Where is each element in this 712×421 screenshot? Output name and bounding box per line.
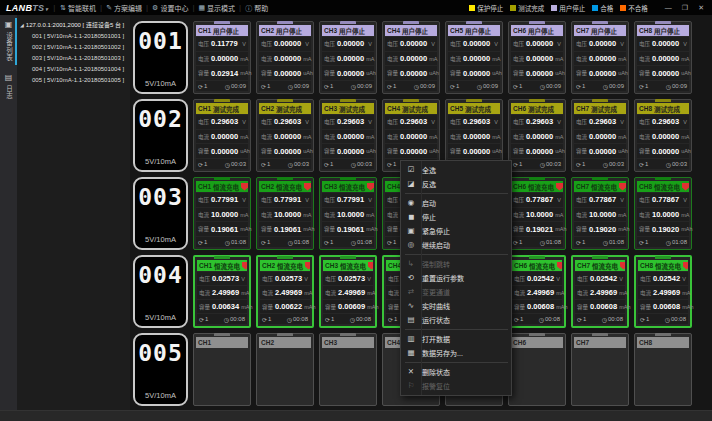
voltage-value: 0.00000	[463, 39, 490, 48]
legend-item: 测试完成	[510, 3, 544, 13]
menu-item-settings-center[interactable]: ⚙设置中心	[152, 3, 188, 13]
context-menu-item-realtime-curve[interactable]: ∿实时曲线	[401, 299, 511, 313]
channel-metrics: 电压0.29603V电流0.00000mA容量0.00000uAh	[322, 115, 374, 158]
channel-name: CH1	[199, 262, 212, 269]
device-card[interactable]: 0025V/10mA	[133, 99, 188, 172]
channel-card[interactable]: CH1	[193, 333, 251, 406]
channel-card[interactable]: CH8恒流充电电压0.77867V电流10.0000mA容量0.19020mAh…	[634, 177, 692, 250]
sidebar-tab-log[interactable]: ▤日志	[0, 68, 17, 106]
device-card[interactable]: 0035V/10mA	[133, 177, 188, 250]
device-tree-root[interactable]: ◢ 127.0.0.1:2001,2000 [ 连接设备5 台 ]	[17, 19, 130, 30]
capacity-row: 容量0.00000uAh	[385, 66, 437, 80]
channel-card[interactable]: CH7恒流充电电压0.77867V电流10.0000mA容量0.19020mAh…	[571, 177, 629, 250]
channel-card[interactable]: CH6恒流充电电压0.02542V电流2.49969mA容量0.00608mAh…	[508, 255, 566, 328]
current-label: 电流	[198, 211, 209, 219]
channel-card[interactable]: CH6测试完成电压0.29603V电流0.00000mA容量0.00000uAh…	[508, 99, 566, 172]
restore-button[interactable]: ❐	[682, 4, 688, 12]
device-tree-item[interactable]: 002 [ 5V/10mA-1.1-20180501002 ]	[17, 41, 130, 52]
context-menu-item-reset-run-params[interactable]: ⟲重置运行参数	[401, 271, 511, 285]
channel-status: 恒流充电	[528, 182, 554, 192]
channel-card[interactable]: CH3测试完成电压0.29603V电流0.00000mA容量0.00000uAh…	[319, 99, 377, 172]
menu-item-display-mode[interactable]: ▦显示模式	[198, 3, 235, 13]
app-logo[interactable]: LANBTS▾	[6, 3, 48, 13]
menu-item-help[interactable]: ⓘ帮助	[245, 3, 268, 13]
channel-card[interactable]: CH8测试完成电压0.29603V电流0.00000mA容量0.00000uAh…	[634, 99, 692, 172]
device-card[interactable]: 0045V/10mA	[133, 255, 188, 328]
channel-card[interactable]: CH3恒流充电电压0.02573V电流2.49969mA容量0.00609mAh…	[319, 255, 377, 328]
channel-card[interactable]: CH6用户停止电压0.00000V电流0.00000mA容量0.00000uAh…	[508, 21, 566, 94]
channel-card[interactable]: CH3	[319, 333, 377, 406]
voltage-unit: V	[431, 119, 435, 125]
channel-header: CH7恒流充电	[575, 260, 625, 271]
channel-card[interactable]: CH3用户停止电压0.00000V电流0.00000mA容量0.00000uAh…	[319, 21, 377, 94]
device-tree-item[interactable]: 005 [ 5V/10mA-1.1-20180501005 ]	[17, 74, 130, 85]
context-menu-item-emergency-stop[interactable]: ▣紧急停止	[401, 224, 511, 238]
channel-card[interactable]: CH5用户停止电压0.00000V电流0.00000mA容量0.00000uAh…	[445, 21, 503, 94]
channel-card[interactable]: CH7测试完成电压0.29603V电流0.00000mA容量0.00000uAh…	[571, 99, 629, 172]
context-menu-item-continue-start[interactable]: ◎继续启动	[401, 238, 511, 252]
tree-expander-icon[interactable]: ◢	[20, 22, 24, 28]
channel-card[interactable]: CH2恒流充电电压0.02573V电流2.49969mA容量0.00622mAh…	[256, 255, 314, 328]
capacity-value: 0.00608	[527, 302, 554, 311]
current-label: 电流	[640, 289, 651, 297]
capacity-unit: mAh	[240, 70, 251, 76]
channel-header: CH6恒流充电	[512, 260, 562, 271]
context-menu-item-run-status[interactable]: ▤运行状态	[401, 313, 511, 327]
channel-card[interactable]: CH2	[256, 333, 314, 406]
context-menu-item-start[interactable]: ◉启动	[401, 196, 511, 210]
clock-icon: ◷	[351, 83, 356, 90]
menu-item-smart-link[interactable]: ⇅智能联机	[60, 3, 96, 13]
channel-card[interactable]: CH1用户停止电压0.11779V电流0.00000mA容量0.02914mAh…	[193, 21, 251, 94]
channel-card[interactable]: CH4用户停止电压0.00000V电流0.00000mA容量0.00000uAh…	[382, 21, 440, 94]
voltage-unit: V	[305, 197, 309, 203]
channel-card[interactable]: CH2用户停止电压0.00000V电流0.00000mA容量0.00000uAh…	[256, 21, 314, 94]
channel-card[interactable]: CH2恒流充电电压0.77991V电流10.0000mA容量0.19061mAh…	[256, 177, 314, 250]
channel-card[interactable]: CH6恒流充电电压0.77867V电流10.0000mA容量0.19021mAh…	[508, 177, 566, 250]
channel-card[interactable]: CH3恒流充电电压0.77991V电流10.0000mA容量0.19061mAh…	[319, 177, 377, 250]
channel-card[interactable]: CH6	[508, 333, 566, 406]
context-menu-item-delete-status[interactable]: ✕删除状态	[401, 365, 511, 379]
device-card[interactable]: 0055V/10mA	[133, 333, 188, 406]
voltage-label: 电压	[262, 275, 273, 283]
channel-metrics	[637, 349, 689, 403]
channel-card[interactable]: CH1恒流充电电压0.02573V电流2.49969mA容量0.00634mAh…	[193, 255, 251, 328]
loop-count: ⟳1	[639, 161, 648, 168]
channel-card[interactable]: CH8用户停止电压0.00000V电流0.00000mA容量0.00000uAh…	[634, 21, 692, 94]
menu-item-plan-editor[interactable]: ✎方案编辑	[106, 3, 142, 13]
protection-shield-icon	[304, 183, 311, 191]
channel-footer: ⟳1◷00:03	[259, 159, 311, 169]
voltage-unit: V	[242, 119, 246, 125]
capacity-label: 容量	[262, 303, 273, 311]
help-icon: ⓘ	[245, 3, 252, 13]
channel-card[interactable]: CH7恒流充电电压0.02542V电流2.49969mA容量0.00608mAh…	[571, 255, 629, 328]
sidebar-tab-device-list[interactable]: ▣设备列表	[0, 15, 17, 68]
channel-footer: ⟳1◷00:09	[637, 81, 689, 91]
elapsed-time: ◷00:03	[540, 161, 561, 168]
channel-card[interactable]: CH8恒流充电电压0.02542V电流2.49969mA容量0.00608mAh…	[634, 255, 692, 328]
context-menu-item-save-data-as[interactable]: ▦数据另存为...	[401, 346, 511, 360]
device-card[interactable]: 0015V/10mA	[133, 21, 188, 94]
context-menu-item-open-data[interactable]: ▥打开数据	[401, 332, 511, 346]
voltage-label: 电压	[576, 196, 587, 204]
close-button[interactable]: ✕	[698, 4, 704, 12]
channel-header: CH5测试完成	[448, 103, 500, 114]
context-menu-item-select-all[interactable]: ☑全选	[401, 163, 511, 177]
channel-card[interactable]: CH1恒流充电电压0.77991V电流10.0000mA容量0.19061mAh…	[193, 177, 251, 250]
device-tree-item[interactable]: 003 [ 5V/10mA-1.1-20180501003 ]	[17, 52, 130, 63]
voltage-unit: V	[557, 41, 561, 47]
channel-card[interactable]: CH7	[571, 333, 629, 406]
capacity-label: 容量	[450, 69, 461, 77]
device-tree-item[interactable]: 004 [ 5V/10mA-1.1-20180501004 ]	[17, 63, 130, 74]
context-menu-item-stop[interactable]: ◼停止	[401, 210, 511, 224]
channel-card[interactable]: CH7用户停止电压0.00000V电流0.00000mA容量0.00000uAh…	[571, 21, 629, 94]
capacity-value: 0.00000	[463, 147, 490, 156]
minimize-button[interactable]: —	[665, 4, 672, 11]
voltage-row: 电压0.77867V	[637, 193, 689, 207]
channel-card[interactable]: CH8	[634, 333, 692, 406]
device-tree-item[interactable]: 001 [ 5V/10mA-1.1-20180501001 ]	[17, 30, 130, 41]
channel-card[interactable]: CH2测试完成电压0.29603V电流0.00000mA容量0.00000uAh…	[256, 99, 314, 172]
menu-divider: |	[239, 4, 241, 12]
context-menu-item-invert-selection[interactable]: ◪反选	[401, 177, 511, 191]
channel-card[interactable]: CH1测试完成电压0.29603V电流0.00000mA容量0.00000uAh…	[193, 99, 251, 172]
channel-footer: ⟳1◷00:03	[574, 159, 626, 169]
